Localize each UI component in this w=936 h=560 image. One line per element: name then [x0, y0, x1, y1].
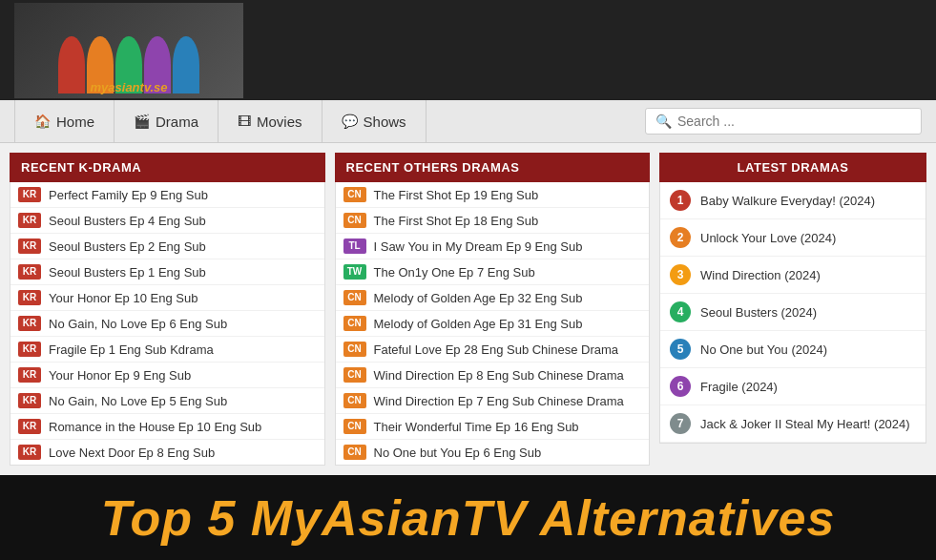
list-item[interactable]: CNThe First Shot Ep 18 Eng Sub — [336, 208, 650, 234]
item-text: No One but You Ep 6 Eng Sub — [374, 446, 542, 460]
list-item[interactable]: KRLove Next Door Ep 8 Eng Sub — [10, 440, 324, 465]
item-text: The First Shot Ep 19 Eng Sub — [374, 188, 539, 202]
latest-item[interactable]: 6Fragile (2024) — [660, 368, 926, 405]
latest-list: 1Baby Walkure Everyday! (2024)2Unlock Yo… — [659, 182, 926, 444]
badge: KR — [18, 213, 41, 228]
search-input[interactable] — [677, 114, 911, 129]
latest-title: Seoul Busters (2024) — [700, 305, 817, 320]
item-text: Wind Direction Ep 8 Eng Sub Chinese Dram… — [374, 368, 624, 383]
item-text: Seoul Busters Ep 1 Eng Sub — [49, 265, 206, 280]
badge: CN — [343, 367, 366, 383]
logo-area[interactable]: myasiantv.se — [14, 3, 243, 98]
latest-num: 5 — [670, 339, 691, 360]
badge: KR — [18, 290, 41, 305]
latest-num: 7 — [670, 413, 691, 434]
latest-item[interactable]: 5No One but You (2024) — [660, 331, 926, 368]
list-item[interactable]: KRYour Honor Ep 9 Eng Sub — [10, 363, 324, 388]
list-item[interactable]: KRPerfect Family Ep 9 Eng Sub — [10, 182, 324, 208]
latest-num: 4 — [670, 301, 691, 322]
nav-movies-label: Movies — [257, 114, 302, 130]
badge: CN — [343, 419, 366, 434]
list-item[interactable]: KRRomance in the House Ep 10 Eng Sub — [10, 414, 324, 440]
list-item[interactable]: CNWind Direction Ep 7 Eng Sub Chinese Dr… — [336, 388, 650, 414]
badge: CN — [343, 316, 366, 331]
latest-item[interactable]: 4Seoul Busters (2024) — [660, 294, 926, 331]
latest-num: 6 — [670, 376, 691, 397]
latest-item[interactable]: 7Jack & Joker II Steal My Heart! (2024) — [660, 405, 926, 443]
badge: KR — [18, 316, 41, 331]
bottom-banner: Top 5 MyAsianTV Alternatives — [0, 475, 936, 560]
logo-text: myasiantv.se — [14, 80, 243, 94]
badge: KR — [18, 187, 41, 202]
nav-shows[interactable]: 💬 Shows — [322, 100, 426, 143]
latest-num: 3 — [670, 264, 691, 285]
nav-drama[interactable]: 🎬 Drama — [114, 100, 218, 143]
item-text: Melody of Golden Age Ep 31 Eng Sub — [374, 317, 583, 331]
latest-title: Unlock Your Love (2024) — [700, 231, 836, 245]
badge: CN — [343, 213, 366, 228]
badge: KR — [18, 264, 41, 280]
list-item[interactable]: KRSeoul Busters Ep 2 Eng Sub — [10, 234, 324, 259]
badge: KR — [18, 419, 41, 434]
list-item[interactable]: CNTheir Wonderful Time Ep 16 Eng Sub — [336, 414, 650, 440]
badge: TL — [343, 239, 366, 254]
nav-home-label: Home — [56, 114, 94, 130]
item-text: Romance in the House Ep 10 Eng Sub — [49, 420, 261, 434]
item-text: Seoul Busters Ep 2 Eng Sub — [49, 239, 206, 254]
others-header: RECENT OTHERS DRAMAS — [335, 153, 651, 182]
item-text: Fateful Love Ep 28 Eng Sub Chinese Drama — [374, 342, 619, 357]
badge: CN — [343, 342, 366, 357]
search-area[interactable]: 🔍 — [645, 108, 922, 135]
search-icon: 🔍 — [655, 114, 672, 129]
latest-title: No One but You (2024) — [700, 342, 827, 357]
latest-title: Fragile (2024) — [700, 380, 778, 394]
item-text: No Gain, No Love Ep 5 Eng Sub — [49, 394, 227, 408]
item-text: Their Wonderful Time Ep 16 Eng Sub — [374, 420, 579, 434]
badge: KR — [18, 367, 41, 383]
badge: CN — [343, 445, 366, 460]
list-item[interactable]: CNThe First Shot Ep 19 Eng Sub — [336, 182, 650, 208]
list-item[interactable]: KRYour Honor Ep 10 Eng Sub — [10, 285, 324, 311]
latest-title: Jack & Joker II Steal My Heart! (2024) — [700, 417, 910, 431]
others-list: CNThe First Shot Ep 19 Eng SubCNThe Firs… — [335, 182, 651, 466]
badge: TW — [343, 264, 366, 280]
list-item[interactable]: TLI Saw You in My Dream Ep 9 Eng Sub — [336, 234, 650, 259]
latest-item[interactable]: 1Baby Walkure Everyday! (2024) — [660, 182, 926, 219]
badge: KR — [18, 393, 41, 408]
list-item[interactable]: CNWind Direction Ep 8 Eng Sub Chinese Dr… — [336, 363, 650, 388]
nav-shows-label: Shows — [364, 114, 406, 130]
latest-num: 1 — [670, 190, 691, 211]
list-item[interactable]: KRNo Gain, No Love Ep 6 Eng Sub — [10, 311, 324, 337]
latest-item[interactable]: 3Wind Direction (2024) — [660, 257, 926, 294]
shows-icon: 💬 — [342, 114, 358, 129]
badge: CN — [343, 393, 366, 408]
home-icon: 🏠 — [34, 114, 51, 129]
nav-movies[interactable]: 🎞 Movies — [218, 100, 322, 143]
list-item[interactable]: KRSeoul Busters Ep 1 Eng Sub — [10, 259, 324, 285]
banner-text: Top 5 MyAsianTV Alternatives — [101, 489, 836, 547]
item-text: The First Shot Ep 18 Eng Sub — [374, 214, 539, 228]
latest-header: LATEST DRAMAS — [659, 153, 926, 182]
item-text: Seoul Busters Ep 4 Eng Sub — [49, 214, 206, 228]
item-text: I Saw You in My Dream Ep 9 Eng Sub — [374, 239, 583, 254]
nav-home[interactable]: 🏠 Home — [14, 100, 114, 143]
badge: CN — [343, 290, 366, 305]
item-text: Perfect Family Ep 9 Eng Sub — [49, 188, 208, 202]
list-item[interactable]: KRNo Gain, No Love Ep 5 Eng Sub — [10, 388, 324, 414]
list-item[interactable]: KRSeoul Busters Ep 4 Eng Sub — [10, 208, 324, 234]
list-item[interactable]: CNNo One but You Ep 6 Eng Sub — [336, 440, 650, 465]
kdrama-list: KRPerfect Family Ep 9 Eng SubKRSeoul Bus… — [10, 182, 325, 466]
drama-icon: 🎬 — [134, 114, 150, 129]
badge: KR — [18, 239, 41, 254]
badge: KR — [18, 342, 41, 357]
latest-item[interactable]: 2Unlock Your Love (2024) — [660, 219, 926, 257]
latest-title: Baby Walkure Everyday! (2024) — [700, 194, 875, 208]
list-item[interactable]: CNMelody of Golden Age Ep 32 Eng Sub — [336, 285, 650, 311]
badge: KR — [18, 445, 41, 460]
badge: CN — [343, 187, 366, 202]
list-item[interactable]: KRFragile Ep 1 Eng Sub Kdrama — [10, 337, 324, 363]
list-item[interactable]: CNFateful Love Ep 28 Eng Sub Chinese Dra… — [336, 337, 650, 363]
list-item[interactable]: CNMelody of Golden Age Ep 31 Eng Sub — [336, 311, 650, 337]
latest-title: Wind Direction (2024) — [700, 268, 821, 282]
list-item[interactable]: TWThe On1y One Ep 7 Eng Sub — [336, 259, 650, 285]
